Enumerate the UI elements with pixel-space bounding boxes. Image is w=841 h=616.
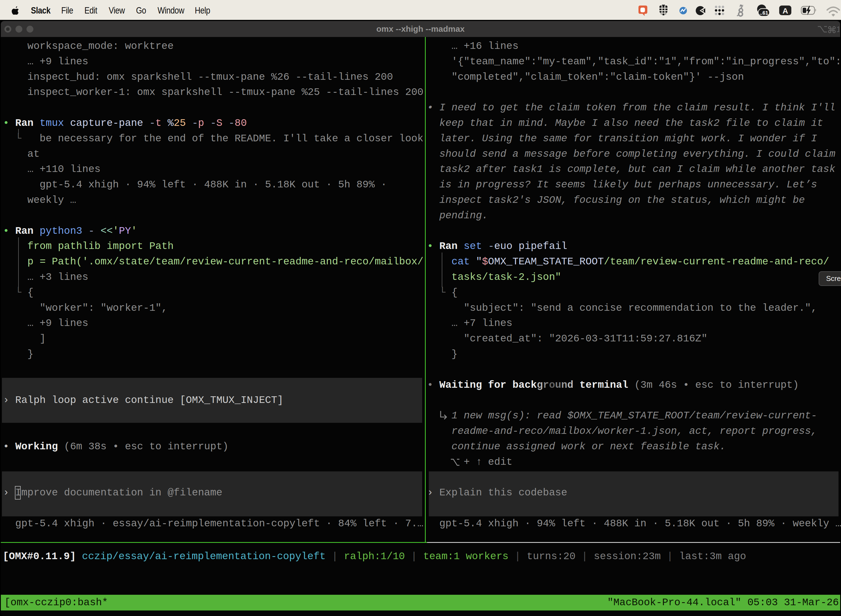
svg-text:..61: ..61 <box>760 10 768 16</box>
svg-text:1: 1 <box>836 25 840 34</box>
